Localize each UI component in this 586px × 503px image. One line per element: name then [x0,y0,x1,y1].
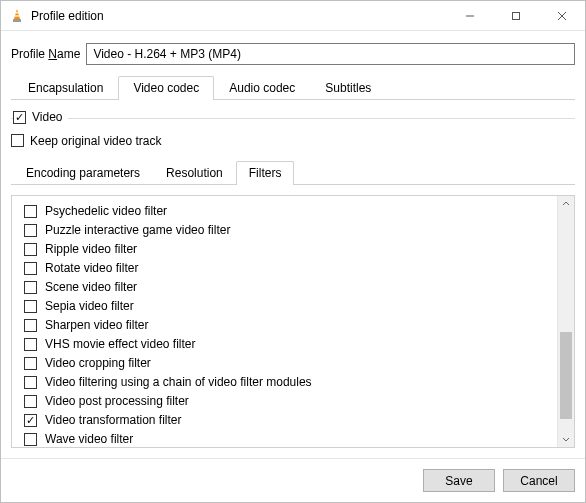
profile-name-label: Profile Name [11,47,80,61]
minimize-button[interactable] [447,1,493,30]
filter-checkbox[interactable] [24,395,37,408]
dialog-footer: Save Cancel [1,458,585,502]
filter-label: Rotate video filter [45,261,138,275]
filter-item: Puzzle interactive game video filter [24,221,553,240]
window-controls [447,1,585,30]
video-group-line: Video [11,110,575,126]
maximize-button[interactable] [493,1,539,30]
filter-item: VHS movie effect video filter [24,335,553,354]
tab-video-codec[interactable]: Video codec [118,76,214,100]
filter-checkbox[interactable] [24,414,37,427]
filter-label: Psychedelic video filter [45,204,167,218]
filter-label: Video filtering using a chain of video f… [45,375,312,389]
filter-label: Video post processing filter [45,394,189,408]
filter-checkbox[interactable] [24,376,37,389]
close-button[interactable] [539,1,585,30]
filter-checkbox[interactable] [24,243,37,256]
filter-item: Psychedelic video filter [24,202,553,221]
filter-item: Scene video filter [24,278,553,297]
tab-encapsulation[interactable]: Encapsulation [13,76,118,100]
svg-rect-2 [15,15,19,16]
filter-item: Video filtering using a chain of video f… [24,373,553,392]
filter-label: Wave video filter [45,432,133,446]
filter-checkbox[interactable] [24,319,37,332]
filter-checkbox[interactable] [24,300,37,313]
filter-item: Sepia video filter [24,297,553,316]
filter-checkbox[interactable] [24,281,37,294]
keep-original-row: Keep original video track [11,134,575,148]
filter-item: Video cropping filter [24,354,553,373]
save-button[interactable]: Save [423,469,495,492]
titlebar: Profile edition [1,1,585,31]
filter-item: Video transformation filter [24,411,553,430]
svg-rect-5 [513,12,520,19]
cancel-button[interactable]: Cancel [503,469,575,492]
top-tabs: EncapsulationVideo codecAudio codecSubti… [11,75,575,100]
filter-item: Wave video filter [24,430,553,447]
profile-name-input[interactable] [86,43,575,65]
svg-rect-1 [16,12,19,13]
filter-label: Ripple video filter [45,242,137,256]
svg-rect-3 [13,19,21,22]
vertical-scrollbar[interactable] [557,196,574,447]
filter-label: VHS movie effect video filter [45,337,196,351]
scroll-up-arrow-icon[interactable] [558,196,574,213]
filter-checkbox[interactable] [24,357,37,370]
filter-checkbox[interactable] [24,262,37,275]
keep-original-label: Keep original video track [30,134,161,148]
filter-label: Video cropping filter [45,356,151,370]
filter-checkbox[interactable] [24,338,37,351]
subtab-resolution[interactable]: Resolution [153,161,236,185]
svg-marker-0 [14,9,20,19]
filter-item: Video post processing filter [24,392,553,411]
filter-checkbox[interactable] [24,433,37,446]
window-title: Profile edition [31,9,104,23]
filters-list: Psychedelic video filterPuzzle interacti… [12,196,557,447]
filter-checkbox[interactable] [24,224,37,237]
client-area: Profile Name EncapsulationVideo codecAud… [1,31,585,458]
video-checkbox-label: Video [32,110,62,124]
filter-label: Video transformation filter [45,413,182,427]
filter-item: Ripple video filter [24,240,553,259]
filters-panel: Psychedelic video filterPuzzle interacti… [11,195,575,448]
scrollbar-track[interactable] [558,213,574,430]
subtab-filters[interactable]: Filters [236,161,295,185]
sub-tabs: Encoding parametersResolutionFilters [11,160,575,185]
profile-name-row: Profile Name [11,43,575,65]
dialog-window: Profile edition Profile Name Encapsulati… [0,0,586,503]
app-icon [9,8,25,24]
filter-label: Sharpen video filter [45,318,148,332]
video-checkbox[interactable] [13,111,26,124]
filter-checkbox[interactable] [24,205,37,218]
tab-subtitles[interactable]: Subtitles [310,76,386,100]
tab-audio-codec[interactable]: Audio codec [214,76,310,100]
filter-label: Sepia video filter [45,299,134,313]
scrollbar-thumb[interactable] [560,332,572,419]
scroll-down-arrow-icon[interactable] [558,430,574,447]
filter-item: Rotate video filter [24,259,553,278]
subtab-encoding-parameters[interactable]: Encoding parameters [13,161,153,185]
filter-label: Puzzle interactive game video filter [45,223,230,237]
filter-item: Sharpen video filter [24,316,553,335]
keep-original-checkbox[interactable] [11,134,24,147]
filter-label: Scene video filter [45,280,137,294]
